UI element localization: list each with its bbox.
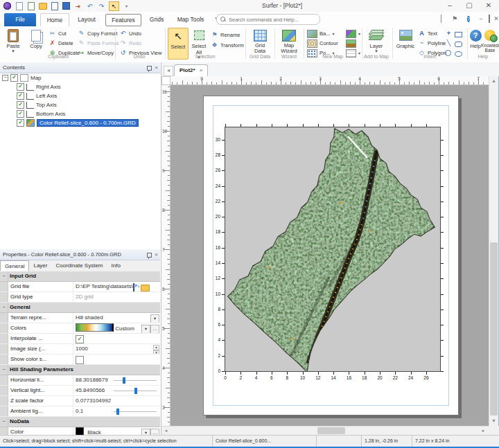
notification-bell-icon[interactable]: [435, 15, 446, 24]
maximize-button[interactable]: ▢: [460, 0, 478, 11]
tree-item-left-axis[interactable]: ✓ Left Axis: [0, 91, 160, 100]
section-nodata[interactable]: − NoData: [0, 417, 160, 427]
section-input-grid[interactable]: − Input Grid: [0, 271, 160, 282]
ambient-light-field[interactable]: 0.1: [73, 406, 160, 416]
open-file-icon[interactable]: [38, 2, 47, 10]
new-color-relief-button[interactable]: [346, 39, 356, 48]
new-worksheet-icon[interactable]: [26, 2, 35, 10]
ellipsis-button[interactable]: …: [150, 325, 159, 333]
redo-button[interactable]: ↷Redo: [119, 39, 141, 48]
pin-icon[interactable]: [147, 66, 152, 71]
insert-rectangle-button[interactable]: [455, 30, 462, 39]
new-contour-map-button[interactable]: Contour: [307, 39, 338, 48]
insert-point-button[interactable]: +: [445, 29, 453, 38]
collapse-icon[interactable]: −: [0, 303, 8, 312]
grid-file-value[interactable]: D:\EP Testing\datasets\for GBJ - Sur... …: [73, 282, 160, 292]
close-panel-icon[interactable]: ×: [155, 249, 158, 260]
insert-text-button[interactable]: AText: [418, 29, 437, 38]
tab-features[interactable]: Features: [105, 14, 141, 26]
undo-button[interactable]: ↶Undo: [119, 29, 141, 38]
close-tab-icon[interactable]: ×: [200, 67, 203, 73]
checkbox-checked-icon[interactable]: ✓: [17, 83, 24, 91]
save-grid-icon[interactable]: [133, 283, 134, 292]
checkbox-checked-icon[interactable]: ✓: [17, 101, 24, 109]
plot-canvas[interactable]: 0246810121416182022242602468101214161820…: [170, 85, 489, 426]
delete-button[interactable]: ✗Delete: [49, 39, 73, 48]
undo-icon[interactable]: ↶: [85, 2, 94, 10]
tab-general[interactable]: General: [0, 260, 29, 271]
save-icon[interactable]: [62, 2, 71, 10]
dropdown-arrow-icon[interactable]: ▼: [141, 325, 150, 333]
ambient-light-slider[interactable]: [114, 406, 157, 416]
section-general[interactable]: − General: [0, 303, 160, 313]
search-box[interactable]: [216, 14, 320, 25]
minimize-button[interactable]: –: [441, 0, 459, 11]
select-tool-icon[interactable]: ↖: [109, 1, 119, 11]
export-icon[interactable]: ➔: [73, 2, 82, 10]
insert-spline-button[interactable]: ╲: [445, 39, 453, 48]
surfer-logo-icon[interactable]: [3, 2, 12, 10]
checkbox-checked-icon[interactable]: ✓: [17, 92, 24, 100]
tree-item-bottom-axis[interactable]: ✓ Bottom Axis: [0, 109, 160, 118]
flag-icon[interactable]: ⚑: [449, 15, 460, 24]
scroll-up-icon[interactable]: ▲: [489, 76, 498, 85]
paste-format-button[interactable]: ✎Paste Format: [78, 39, 119, 48]
insert-rounded-rect-button[interactable]: [455, 39, 462, 48]
mdi-close-icon[interactable]: ✕: [491, 15, 499, 24]
new-plot-icon[interactable]: [15, 2, 24, 10]
tab-map-tools[interactable]: Map Tools: [172, 13, 209, 26]
open-grid-icon[interactable]: [141, 285, 150, 292]
tab-coordinate-system[interactable]: Coordinate System: [51, 260, 107, 271]
section-hill-shading[interactable]: − Hill Shading Parameters: [0, 365, 160, 375]
tree-item-top-axis[interactable]: ✓ Top Axis: [0, 100, 160, 109]
document-tab[interactable]: Plot2*×: [174, 64, 208, 77]
vertical-scrollbar[interactable]: ▲ ▼: [489, 76, 498, 426]
z-scale-field[interactable]: 0.0773104992: [73, 396, 160, 406]
tab-layout[interactable]: Layout: [72, 13, 101, 26]
dropdown-arrow-icon[interactable]: ▼: [150, 314, 159, 323]
map-plot-area[interactable]: 0246810121416182022242602468101214161820…: [225, 127, 441, 372]
close-button[interactable]: ✕: [480, 0, 498, 11]
help-bubble-icon[interactable]: ?: [463, 15, 474, 24]
new-3d-surface-button[interactable]: ▾: [346, 29, 360, 38]
qat-customize-icon[interactable]: ▾: [122, 2, 131, 10]
transform-button[interactable]: ❖Transform: [211, 41, 244, 50]
horizontal-scrollbar[interactable]: ◂ ▸: [161, 426, 489, 435]
checkbox-checked-icon[interactable]: ✓: [17, 110, 24, 118]
collapse-icon[interactable]: −: [0, 271, 8, 281]
tab-grids[interactable]: Grids: [144, 13, 169, 26]
pin-icon[interactable]: [147, 253, 152, 258]
insert-polyline-button[interactable]: ~Polyline: [418, 39, 446, 48]
tree-item-right-axis[interactable]: ✓ Right Axis: [0, 82, 160, 91]
color-relief-map[interactable]: [225, 127, 440, 371]
checkbox-checked-icon[interactable]: ✓: [10, 74, 18, 82]
vertical-ruler[interactable]: 11109876543: [161, 85, 170, 426]
tree-item-color-relief[interactable]: ✓ Color Relief-slice_0.600 - 0.700m.GRD: [0, 118, 160, 127]
rename-button[interactable]: ⚑Rename: [211, 30, 240, 39]
tree-item-map[interactable]: − ✓ Map: [0, 73, 160, 82]
horizontal-scroll-thumb[interactable]: [317, 427, 345, 434]
show-color-scale-checkbox-unchecked[interactable]: [76, 356, 84, 364]
tab-layer[interactable]: Layer: [29, 260, 51, 271]
collapse-icon[interactable]: −: [2, 75, 8, 81]
scroll-right-icon[interactable]: ▸: [479, 427, 488, 435]
cut-button[interactable]: ✂Cut: [49, 29, 67, 38]
collapse-icon[interactable]: −: [0, 417, 8, 427]
tab-file[interactable]: File: [4, 13, 36, 26]
spinner-control[interactable]: ▲▼: [153, 345, 159, 353]
checkbox-checked-icon[interactable]: ✓: [17, 119, 24, 127]
scroll-left-icon[interactable]: ◂: [161, 427, 170, 435]
close-panel-icon[interactable]: ×: [155, 62, 158, 73]
new-base-map-button[interactable]: Ba...▾: [307, 29, 334, 38]
redo-icon[interactable]: ↷: [97, 2, 106, 10]
vertical-scroll-thumb[interactable]: [490, 242, 498, 415]
terrain-dropdown[interactable]: Hill shaded ▼: [73, 313, 160, 323]
horizontal-light-slider[interactable]: [114, 375, 157, 385]
tab-home[interactable]: Home: [40, 13, 69, 28]
scroll-down-icon[interactable]: ▼: [489, 416, 498, 425]
interpolate-checkbox-checked[interactable]: ✓: [76, 335, 84, 343]
import-icon[interactable]: [50, 2, 59, 10]
colors-dropdown[interactable]: Custom ▼ …: [73, 323, 160, 333]
horizontal-light-field[interactable]: 88.30188679: [73, 375, 160, 385]
tab-info[interactable]: Info: [107, 260, 125, 271]
